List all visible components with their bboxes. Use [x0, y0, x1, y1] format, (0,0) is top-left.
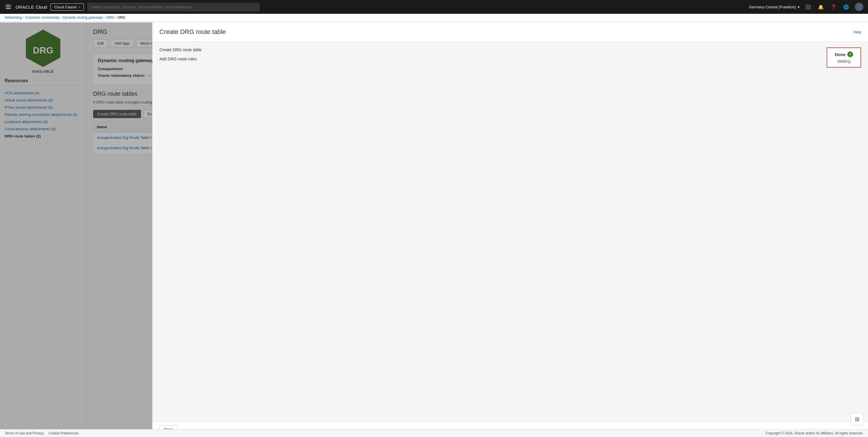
breadcrumb: Networking › Customer connectivity › Dyn… — [0, 14, 434, 22]
modal-body: Create DRG route table Add DRG route rul… — [153, 42, 434, 218]
workflow-step-1: Create DRG route table — [159, 48, 434, 52]
step-1-label: Create DRG route table — [159, 48, 434, 52]
breadcrumb-drg-parent[interactable]: DRG — [106, 16, 114, 20]
oracle-text: ORACLE — [16, 5, 34, 9]
step-2-label: Add DRG route rules — [159, 57, 434, 61]
workflow-step-2: Add DRG route rules — [159, 57, 434, 61]
breadcrumb-networking[interactable]: Networking — [5, 16, 22, 20]
cloud-classic-button[interactable]: Cloud Classic › — [51, 3, 84, 11]
breadcrumb-dynamic-routing-gateways[interactable]: Dynamic routing gateways — [63, 16, 103, 20]
breadcrumb-drg-current: DRG — [118, 16, 125, 20]
modal-panel: Create DRG route table Help Create DRG r… — [152, 23, 434, 218]
workflow-steps: Create DRG route table Add DRG route rul… — [159, 48, 434, 61]
cloud-text: Cloud — [36, 5, 47, 9]
modal-header: Create DRG route table Help — [153, 23, 434, 42]
top-navigation: ORACLE Cloud Cloud Classic › Germany Cen… — [0, 0, 434, 14]
breadcrumb-customer-connectivity[interactable]: Customer connectivity — [25, 16, 59, 20]
modal-title: Create DRG route table — [159, 28, 226, 36]
hamburger-menu[interactable] — [5, 4, 12, 10]
search-input[interactable] — [87, 3, 260, 11]
oracle-logo: ORACLE Cloud — [16, 5, 47, 9]
